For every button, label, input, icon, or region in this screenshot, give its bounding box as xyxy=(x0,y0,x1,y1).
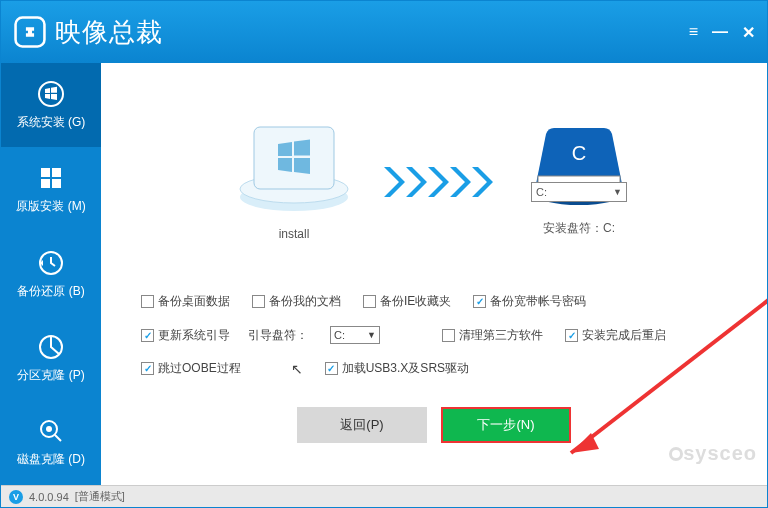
windows-icon xyxy=(37,80,65,108)
sidebar-item-label: 磁盘克隆 (D) xyxy=(17,451,85,468)
button-row: 返回(P) 下一步(N) xyxy=(101,407,767,443)
window-buttons: ≡ ― ✕ xyxy=(689,23,755,42)
options-row-3: 跳过OOBE过程 ↖ 加载USB3.X及SRS驱动 xyxy=(141,360,727,377)
target-caption: 安装盘符：C: xyxy=(543,220,615,237)
arrow-chevrons-icon xyxy=(384,162,494,202)
sidebar-item-partition-clone[interactable]: 分区克隆 (P) xyxy=(1,316,101,400)
cb-backup-ie-fav[interactable]: 备份IE收藏夹 xyxy=(363,293,451,310)
boot-drive-label: 引导盘符： xyxy=(248,327,308,344)
main-panel: install C xyxy=(101,63,767,485)
disk-search-icon xyxy=(37,417,65,445)
mode-text: [普通模式] xyxy=(75,489,125,504)
cb-update-boot[interactable]: 更新系统引导 xyxy=(141,327,230,344)
source-caption: install xyxy=(279,227,310,241)
sidebar-item-original-install[interactable]: 原版安装 (M) xyxy=(1,147,101,231)
sidebar-item-label: 分区克隆 (P) xyxy=(17,367,84,384)
sidebar-item-label: 原版安装 (M) xyxy=(16,198,85,215)
options-row-1: 备份桌面数据 备份我的文档 备份IE收藏夹 备份宽带帐号密码 xyxy=(141,293,727,310)
svg-rect-5 xyxy=(52,179,61,188)
app-logo-icon xyxy=(13,15,47,49)
minimize-button[interactable]: ― xyxy=(712,23,728,42)
partition-icon xyxy=(37,333,65,361)
menu-button[interactable]: ≡ xyxy=(689,23,698,42)
sidebar-item-system-install[interactable]: 系统安装 (G) xyxy=(1,63,101,147)
install-disc-icon xyxy=(234,123,354,213)
version-text: 4.0.0.94 xyxy=(29,491,69,503)
cb-skip-oobe[interactable]: 跳过OOBE过程 xyxy=(141,360,241,377)
cb-reboot-after[interactable]: 安装完成后重启 xyxy=(565,327,666,344)
close-button[interactable]: ✕ xyxy=(742,23,755,42)
sidebar-item-disk-clone[interactable]: 磁盘克隆 (D) xyxy=(1,401,101,485)
boot-drive-select[interactable]: C: ▼ xyxy=(330,326,380,344)
cb-backup-documents[interactable]: 备份我的文档 xyxy=(252,293,341,310)
titlebar: 映像总裁 ≡ ― ✕ xyxy=(1,1,767,63)
target-drive-value: C: xyxy=(536,186,547,198)
svg-text:C: C xyxy=(572,142,586,164)
target-drive-select[interactable]: C: ▼ xyxy=(531,182,627,202)
svg-rect-4 xyxy=(41,179,50,188)
app-title: 映像总裁 xyxy=(55,15,163,50)
cb-clean-3rdparty[interactable]: 清理第三方软件 xyxy=(442,327,543,344)
visual-row: install C xyxy=(101,123,767,241)
sidebar: 系统安装 (G) 原版安装 (M) 备份还原 (B) 分区克隆 (P) 磁盘克隆… xyxy=(1,63,101,485)
next-button[interactable]: 下一步(N) xyxy=(441,407,571,443)
cursor-icon: ↖ xyxy=(291,361,303,377)
back-button[interactable]: 返回(P) xyxy=(297,407,427,443)
tiles-icon xyxy=(37,164,65,192)
options-row-2: 更新系统引导 引导盘符： C: ▼ 清理第三方软件 安装完成后重启 xyxy=(141,326,727,344)
cb-backup-desktop[interactable]: 备份桌面数据 xyxy=(141,293,230,310)
statusbar: V 4.0.0.94 [普通模式] xyxy=(1,485,767,507)
source-image-col: install xyxy=(234,123,354,241)
sidebar-item-backup-restore[interactable]: 备份还原 (B) xyxy=(1,232,101,316)
options-area: 备份桌面数据 备份我的文档 备份IE收藏夹 备份宽带帐号密码 更新系统引导 引导… xyxy=(141,293,727,377)
cb-load-usb3-srs[interactable]: 加载USB3.X及SRS驱动 xyxy=(325,360,469,377)
dropdown-triangle-icon: ▼ xyxy=(367,330,376,340)
target-drive-col: C C: ▼ 安装盘符：C: xyxy=(524,128,634,237)
clock-back-icon xyxy=(37,249,65,277)
svg-line-10 xyxy=(55,435,61,441)
version-badge-icon: V xyxy=(9,490,23,504)
svg-rect-3 xyxy=(52,168,61,177)
dropdown-triangle-icon: ▼ xyxy=(613,187,622,197)
svg-rect-2 xyxy=(41,168,50,177)
sidebar-item-label: 备份还原 (B) xyxy=(17,283,84,300)
sidebar-item-label: 系统安装 (G) xyxy=(17,114,86,131)
svg-point-9 xyxy=(46,426,52,432)
watermark: sysceo xyxy=(669,442,757,465)
cb-backup-pppoe[interactable]: 备份宽带帐号密码 xyxy=(473,293,586,310)
